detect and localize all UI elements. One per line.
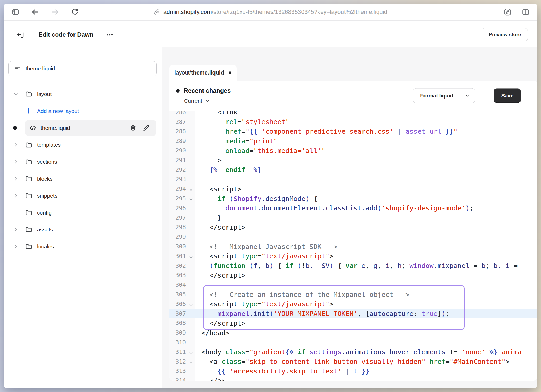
code-text[interactable]: {{ 'accessibility.skip_to_text' | t }} — [195, 366, 537, 376]
code-text[interactable]: <!-- Create an instance of the Mixpanel … — [195, 290, 537, 299]
search-input[interactable] — [25, 65, 151, 72]
code-line-311[interactable]: 311<body class="gradient{% if settings.a… — [169, 347, 537, 357]
code-text[interactable]: {%- endif -%} — [195, 165, 537, 175]
chevron-right-icon[interactable] — [8, 176, 25, 182]
back-button-icon[interactable] — [31, 8, 40, 16]
sidebar-item-assets[interactable]: assets — [8, 221, 157, 238]
code-line-301[interactable]: 301 <script type="text/javascript"> — [169, 251, 537, 261]
chevron-right-icon[interactable] — [8, 244, 25, 249]
code-text[interactable]: if (Shopify.designMode) { — [195, 194, 537, 203]
code-text[interactable] — [195, 280, 537, 290]
code-text[interactable]: </head> — [195, 328, 537, 338]
chevron-right-icon[interactable] — [8, 159, 25, 165]
exit-editor-icon[interactable] — [16, 30, 25, 39]
code-text[interactable]: </script> — [195, 223, 537, 232]
fold-toggle-icon[interactable] — [189, 360, 193, 365]
code-text[interactable]: </script> — [195, 271, 537, 280]
code-text[interactable]: </a> — [195, 376, 537, 381]
code-line-306[interactable]: 306 <script type="text/javascript"> — [169, 299, 537, 309]
fold-toggle-icon[interactable] — [189, 255, 193, 259]
forward-button-icon[interactable] — [51, 8, 59, 16]
code-line-314[interactable]: 314 </a> — [169, 376, 537, 381]
code-line-304[interactable]: 304 — [169, 280, 537, 290]
delete-file-icon[interactable] — [130, 124, 137, 131]
code-line-295[interactable]: 295 if (Shopify.designMode) { — [169, 194, 537, 203]
code-text[interactable]: rel="stylesheet" — [195, 117, 537, 127]
code-text[interactable]: document.documentElement.classList.add('… — [195, 203, 537, 213]
code-editor[interactable]: 286 <link287 rel="stylesheet"288 href="{… — [169, 111, 537, 381]
code-line-286[interactable]: 286 <link — [169, 111, 537, 117]
code-line-297[interactable]: 297 } — [169, 213, 537, 223]
chevron-right-icon[interactable] — [8, 227, 25, 232]
code-text[interactable]: <!-- Mixpanel Javascript SDK --> — [195, 242, 537, 251]
sidebar-item-layout[interactable]: layout — [8, 85, 157, 102]
code-text[interactable]: (function (f, b) { if (!b.__SV) { var e,… — [195, 261, 537, 271]
code-text[interactable]: <script type="text/javascript"> — [195, 251, 537, 261]
code-text[interactable]: mixpanel.init('YOUR_MIXPANEL_TOKEN', {au… — [195, 309, 537, 318]
code-text[interactable]: > — [195, 155, 537, 165]
reload-button-icon[interactable] — [70, 8, 79, 16]
code-line-292[interactable]: 292 {%- endif -%} — [169, 165, 537, 175]
sidebar-item-snippets[interactable]: snippets — [8, 187, 157, 204]
sidebar-item-blocks[interactable]: blocks — [8, 170, 157, 187]
sidebar-item-config[interactable]: config — [8, 204, 157, 221]
preview-store-button[interactable]: Preview store — [482, 28, 528, 41]
page-settings-icon[interactable] — [503, 8, 512, 16]
sidebar-item-sections[interactable]: sections — [8, 153, 157, 170]
code-text[interactable]: href="{{ 'component-predictive-search.cs… — [195, 127, 537, 136]
fold-toggle-icon[interactable] — [189, 197, 193, 201]
sidebar-item-templates[interactable]: templates — [8, 136, 157, 153]
sidebar-item-add-a-new-layout[interactable]: Add a new layout — [8, 102, 157, 119]
code-line-309[interactable]: 309</head> — [169, 328, 537, 338]
code-text[interactable]: <link — [195, 111, 537, 117]
code-line-300[interactable]: 300 <!-- Mixpanel Javascript SDK --> — [169, 242, 537, 251]
code-line-290[interactable]: 290 onload="this.media='all'" — [169, 146, 537, 155]
code-line-310[interactable]: 310 — [169, 338, 537, 347]
rename-file-icon[interactable] — [143, 124, 150, 131]
sidebar-item-theme-liquid[interactable]: theme.liquid — [8, 119, 157, 136]
code-line-298[interactable]: 298 </script> — [169, 223, 537, 232]
code-line-302[interactable]: 302 (function (f, b) { if (!b.__SV) { va… — [169, 261, 537, 271]
code-text[interactable]: <script> — [195, 184, 537, 194]
split-view-icon[interactable] — [521, 8, 530, 16]
format-options-chevron[interactable] — [460, 89, 475, 103]
code-line-303[interactable]: 303 </script> — [169, 271, 537, 280]
code-line-288[interactable]: 288 href="{{ 'component-predictive-searc… — [169, 127, 537, 136]
code-line-313[interactable]: 313 {{ 'accessibility.skip_to_text' | t … — [169, 366, 537, 376]
code-text[interactable]: <a class="skip-to-content-link button vi… — [195, 357, 537, 366]
more-actions-icon[interactable] — [105, 30, 114, 39]
chevron-right-icon[interactable] — [8, 193, 25, 199]
sidebar-toggle-icon[interactable] — [11, 8, 20, 16]
format-liquid-button[interactable]: Format liquid — [413, 89, 460, 103]
code-text[interactable]: onload="this.media='all'" — [195, 146, 537, 155]
code-text[interactable]: <body class="gradient{% if settings.anim… — [195, 347, 537, 357]
code-line-296[interactable]: 296 document.documentElement.classList.a… — [169, 203, 537, 213]
code-text[interactable] — [195, 338, 537, 347]
fold-toggle-icon[interactable] — [189, 303, 193, 307]
code-line-312[interactable]: 312 <a class="skip-to-content-link butto… — [169, 357, 537, 366]
chevron-down-icon[interactable] — [8, 91, 25, 97]
sidebar-item-locales[interactable]: locales — [8, 238, 157, 255]
tab-theme-liquid[interactable]: layout/theme.liquid — [169, 65, 237, 81]
version-selector[interactable]: Current — [176, 98, 231, 104]
code-line-305[interactable]: 305 <!-- Create an instance of the Mixpa… — [169, 290, 537, 299]
code-text[interactable]: <script type="text/javascript"> — [195, 299, 537, 309]
code-line-307[interactable]: 307 mixpanel.init('YOUR_MIXPANEL_TOKEN',… — [169, 309, 537, 318]
code-text[interactable]: </script> — [195, 318, 537, 328]
code-text[interactable]: media="print" — [195, 136, 537, 146]
fold-toggle-icon[interactable] — [189, 351, 193, 355]
address-bar[interactable]: admin.shopify.com/store/rzq1xu-f5/themes… — [154, 9, 387, 15]
file-search-box[interactable] — [8, 61, 157, 76]
selected-file-pill[interactable]: theme.liquid — [25, 120, 156, 136]
code-text[interactable] — [195, 232, 537, 242]
code-text[interactable]: } — [195, 213, 537, 223]
code-line-308[interactable]: 308 </script> — [169, 318, 537, 328]
code-line-291[interactable]: 291 > — [169, 155, 537, 165]
code-line-289[interactable]: 289 media="print" — [169, 136, 537, 146]
code-line-293[interactable]: 293 — [169, 175, 537, 184]
code-line-299[interactable]: 299 — [169, 232, 537, 242]
code-line-287[interactable]: 287 rel="stylesheet" — [169, 117, 537, 127]
save-button[interactable]: Save — [494, 89, 521, 103]
code-text[interactable] — [195, 175, 537, 184]
chevron-right-icon[interactable] — [8, 142, 25, 148]
